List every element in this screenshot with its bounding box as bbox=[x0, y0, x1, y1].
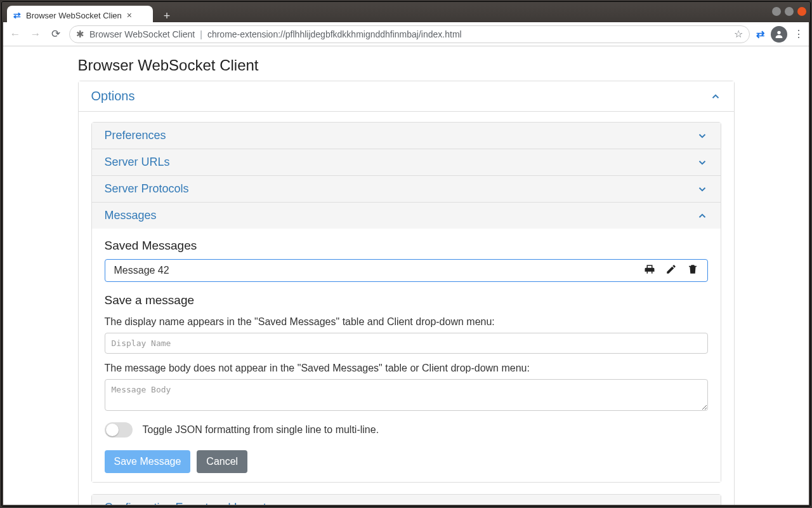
cancel-button[interactable]: Cancel bbox=[197, 450, 247, 473]
delete-icon[interactable] bbox=[687, 264, 698, 277]
message-body-help: The message body does not appear in the … bbox=[105, 363, 708, 374]
chevron-up-icon bbox=[710, 91, 721, 102]
messages-body: Saved Messages Message 42 bbox=[92, 229, 721, 482]
json-format-toggle-label: Toggle JSON formatting from single line … bbox=[143, 424, 379, 436]
nav-forward-icon[interactable]: → bbox=[29, 28, 43, 41]
preferences-header[interactable]: Preferences bbox=[92, 123, 721, 149]
browser-menu-icon[interactable]: ⋮ bbox=[794, 28, 804, 40]
saved-messages-heading: Saved Messages bbox=[105, 239, 708, 253]
omnibox-separator: | bbox=[200, 29, 202, 39]
omnibox-app-name: Browser WebSocket Client bbox=[89, 29, 195, 39]
server-protocols-label: Server Protocols bbox=[105, 182, 189, 196]
preferences-label: Preferences bbox=[105, 129, 166, 142]
messages-label: Messages bbox=[105, 209, 157, 222]
profile-avatar-icon[interactable] bbox=[771, 26, 787, 43]
json-format-toggle[interactable] bbox=[105, 422, 133, 438]
tab-favicon-icon: ⇄ bbox=[13, 10, 21, 20]
extension-toolbar-icon[interactable]: ⇄ bbox=[756, 28, 764, 40]
messages-header[interactable]: Messages bbox=[92, 203, 721, 229]
browser-tabstrip: ⇄ Browser WebSocket Clien × + bbox=[7, 3, 176, 25]
tab-title: Browser WebSocket Clien bbox=[26, 11, 122, 20]
display-name-help: The display name appears in the "Saved M… bbox=[105, 316, 708, 328]
window-close-icon[interactable] bbox=[797, 7, 806, 16]
server-protocols-panel: Server Protocols bbox=[91, 176, 721, 203]
svg-point-0 bbox=[777, 30, 780, 34]
save-message-heading: Save a message bbox=[105, 293, 708, 307]
options-panel: Options Preferences bbox=[78, 81, 735, 505]
config-export-label: Configuration Export and Import bbox=[105, 501, 266, 505]
tab-close-icon[interactable]: × bbox=[127, 10, 132, 20]
chevron-down-icon bbox=[697, 184, 708, 195]
omnibox-url: chrome-extension://pflhhlijdegbfkdkkhmig… bbox=[207, 29, 462, 39]
edit-icon[interactable] bbox=[665, 264, 677, 277]
config-export-header[interactable]: Configuration Export and Import bbox=[92, 495, 721, 505]
extension-indicator-icon: ✱ bbox=[76, 29, 84, 40]
options-header[interactable]: Options bbox=[79, 81, 734, 112]
chevron-up-icon bbox=[697, 210, 708, 222]
saved-message-name: Message 42 bbox=[114, 265, 644, 276]
omnibox[interactable]: ✱ Browser WebSocket Client | chrome-exte… bbox=[69, 25, 750, 43]
server-urls-header[interactable]: Server URLs bbox=[92, 149, 721, 175]
save-message-button[interactable]: Save Message bbox=[105, 450, 191, 473]
server-protocols-header[interactable]: Server Protocols bbox=[92, 176, 721, 202]
window-maximize-icon[interactable] bbox=[785, 7, 794, 16]
preferences-panel: Preferences bbox=[91, 122, 721, 149]
config-export-panel: Configuration Export and Import bbox=[91, 494, 721, 505]
nav-reload-icon[interactable]: ⟳ bbox=[49, 27, 63, 41]
bookmark-star-icon[interactable]: ☆ bbox=[734, 28, 743, 40]
server-urls-label: Server URLs bbox=[105, 156, 170, 169]
server-urls-panel: Server URLs bbox=[91, 149, 721, 176]
chevron-down-icon bbox=[697, 157, 708, 168]
options-label: Options bbox=[91, 89, 135, 104]
chevron-down-icon bbox=[697, 502, 708, 505]
message-body-input[interactable] bbox=[105, 379, 708, 411]
saved-message-row[interactable]: Message 42 bbox=[105, 259, 708, 282]
nav-back-icon[interactable]: ← bbox=[8, 28, 22, 41]
display-name-input[interactable] bbox=[105, 333, 708, 354]
page-viewport[interactable]: Browser WebSocket Client Options bbox=[3, 46, 809, 505]
browser-toolbar: ← → ⟳ ✱ Browser WebSocket Client | chrom… bbox=[3, 22, 809, 46]
messages-panel: Messages Saved Messages Message 42 bbox=[91, 203, 721, 483]
window-minimize-icon[interactable] bbox=[772, 7, 781, 16]
chevron-down-icon bbox=[697, 130, 708, 142]
print-icon[interactable] bbox=[644, 264, 655, 277]
page-title: Browser WebSocket Client bbox=[78, 57, 735, 74]
